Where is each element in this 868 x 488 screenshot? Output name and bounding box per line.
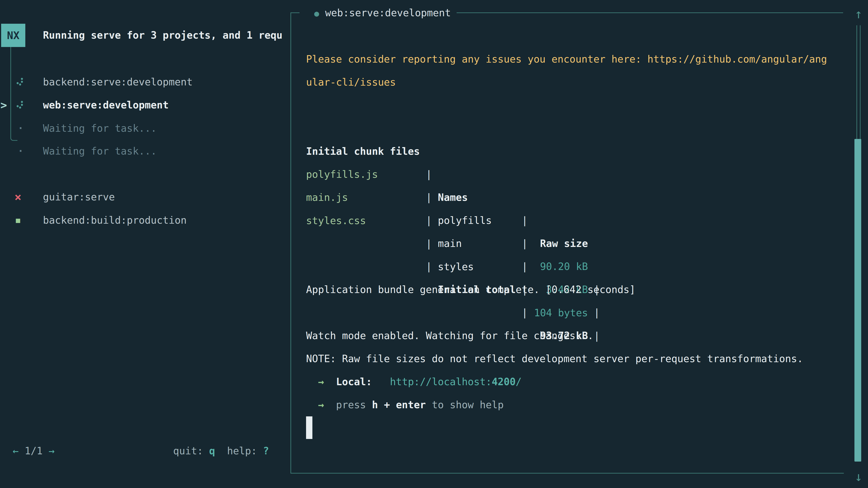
column-separator: | [522,255,528,278]
cell-name: main [438,232,462,255]
nx-terminal-ui: NX Running serve for 3 projects, and 1 r… [0,0,868,488]
quit-key: q [203,445,215,457]
terminal-cursor [306,416,312,439]
column-separator: | [426,186,432,209]
sidebar-task-web-serve-selected[interactable]: web:serve:development [43,94,168,117]
bundle-complete-line: Application bundle generation complete. … [306,278,636,301]
panel-title-text: web:serve:development [319,7,451,19]
column-separator: | [594,301,600,324]
cell-name: styles [438,255,474,278]
issue-report-line-1: Please consider reporting any issues you… [306,48,827,71]
pagination: ← 1/1 → [13,440,55,462]
column-separator: | [426,232,432,255]
spinner-icon [16,100,24,110]
column-separator: | [522,232,528,255]
help-key: ? [257,445,269,457]
prompt-arrow-icon: → [318,376,324,387]
press-suffix: to show help [426,399,504,411]
press-help-line: → press h + enter to show help [306,393,504,416]
page-left-arrow-icon[interactable]: ← [13,445,19,457]
panel-border-bottom [290,473,844,474]
cell-size: 90.20 kB [534,255,588,278]
issue-report-line-2: ular-cli/issues [306,71,396,94]
local-url-line: → Local: http://localhost:4200/ [306,370,522,393]
panel-border-top-stub [290,12,300,13]
column-separator: | [426,255,432,278]
press-prefix: press [336,399,372,411]
nx-logo: NX [1,24,25,47]
watch-mode-line: Watch mode enabled. Watching for file ch… [306,324,594,347]
sidebar-task-backend-serve[interactable]: backend:serve:development [43,70,193,94]
column-separator: | [522,301,528,324]
spinner-icon [16,77,24,87]
local-label: Local: [336,376,372,387]
sidebar-title: Running serve for 3 projects, and 1 requ [43,24,289,47]
scroll-up-arrow-icon[interactable]: ↑ [852,2,865,26]
panel-border-left [290,12,291,474]
local-port: 4200 [492,376,516,387]
header-names: Names [438,186,468,209]
cell-file: polyfills.js [306,163,378,186]
column-separator: | [426,163,432,186]
panel-border-top [457,12,843,13]
header-size: Raw size [534,232,588,255]
local-url[interactable]: http://localhost:4200/ [390,376,522,387]
sidebar-task-waiting-2[interactable]: Waiting for task... [43,140,157,163]
column-separator: | [522,209,528,232]
cell-file: styles.css [306,209,366,232]
scroll-down-arrow-icon[interactable]: ↓ [852,465,865,488]
header-files: Initial chunk files [306,140,420,163]
sidebar-task-backend-build[interactable]: backend:build:production [43,209,187,232]
selected-task-caret-icon: > [0,94,7,117]
quit-label: quit: [173,445,203,457]
page-right-arrow-icon[interactable]: → [49,445,55,457]
sidebar-task-guitar-serve[interactable]: guitar:serve [43,186,115,208]
help-label: help: [215,445,257,457]
prompt-arrow-icon: → [318,399,324,411]
keybind-help: quit: q help: ? [173,440,269,462]
column-separator: | [594,324,600,348]
scrollbar-track[interactable] [857,25,861,139]
scrollbar-thumb[interactable] [855,139,861,462]
column-separator: | [426,209,432,232]
cell-name: polyfills [438,209,492,232]
running-status-dot-icon: ● [314,9,319,18]
table-total-row: | Initial total | 93.72 kB [0,232,48,370]
press-keys: h + enter [372,399,426,411]
cell-file: main.js [306,186,348,209]
sidebar-task-waiting-1[interactable]: Waiting for task... [43,117,157,140]
cell-size: 104 bytes [534,301,588,324]
panel-title: ● web:serve:development [314,1,451,25]
page-indicator: 1/1 [19,445,49,457]
note-line: NOTE: Raw file sizes do not reflect deve… [306,347,803,370]
